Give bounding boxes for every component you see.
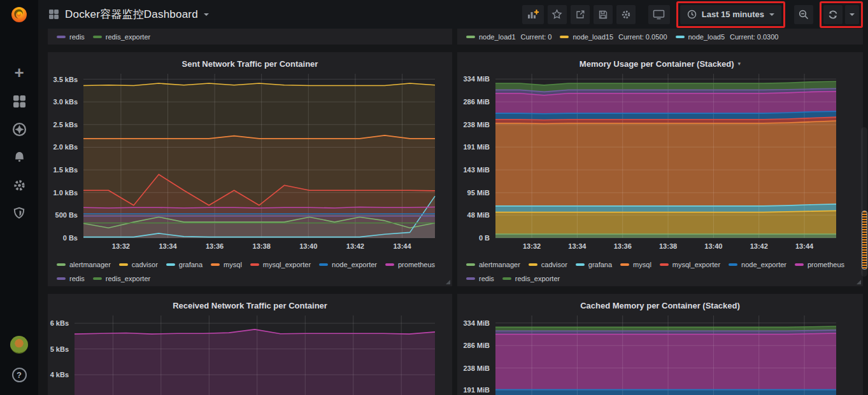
- x-tick-label: 13:34: [568, 242, 587, 250]
- panel-resize-handle[interactable]: [446, 280, 450, 284]
- legend-item[interactable]: grafana: [576, 261, 612, 268]
- x-tick-label: 13:32: [112, 242, 130, 250]
- legend: redisredis_exporter: [48, 29, 452, 45]
- legend-swatch: [576, 263, 585, 266]
- series-fill-alertmanager: [495, 234, 836, 238]
- legend-item[interactable]: cadvisor: [529, 261, 567, 268]
- y-tick-label: 286 MiB: [463, 342, 490, 349]
- legend-swatch: [57, 277, 66, 280]
- legend-item[interactable]: grafana: [166, 261, 203, 268]
- plus-icon: +: [14, 64, 24, 81]
- legend-label: mysql_exporter: [263, 261, 311, 268]
- sidebar-help-button[interactable]: ?: [0, 365, 38, 384]
- legend-item[interactable]: alertmanager: [466, 261, 520, 268]
- panel-title[interactable]: Received Network Traffic per Container: [173, 301, 327, 310]
- sidebar-explore-button[interactable]: [0, 120, 38, 139]
- legend-item[interactable]: prometheus: [795, 261, 844, 268]
- grafana-logo-icon: [9, 4, 29, 25]
- sidebar-create-button[interactable]: +: [0, 63, 38, 82]
- zoom-out-button[interactable]: [794, 5, 813, 24]
- legend-item[interactable]: redis: [466, 275, 494, 282]
- legend-label: redis: [69, 275, 85, 282]
- legend-item[interactable]: mysql: [620, 261, 651, 268]
- shield-icon: [12, 206, 26, 221]
- y-tick-label: 3.5 kBs: [53, 76, 78, 83]
- legend-item[interactable]: mysql_exporter: [660, 261, 720, 268]
- legend-item[interactable]: cadvisor: [119, 261, 158, 268]
- x-tick-label: 13:42: [750, 242, 768, 250]
- sidebar-server-admin-button[interactable]: [0, 204, 38, 223]
- refresh-interval-button[interactable]: [845, 5, 859, 24]
- clock-icon: [687, 10, 697, 19]
- chart-canvas-received[interactable]: 6 kBs5 kBs4 kBs3 kBs2 kBs1 kBs0 Bs13:321…: [48, 312, 452, 395]
- legend-swatch: [93, 36, 102, 38]
- panel-title[interactable]: Memory Usage per Container (Stacked): [580, 59, 734, 69]
- x-tick-label: 13:44: [795, 242, 814, 250]
- x-tick-label: 13:44: [393, 242, 411, 250]
- help-icon: ?: [12, 368, 27, 382]
- panel-partial-top-left: redisredis_exporter: [48, 29, 452, 45]
- legend-label: redis_exporter: [106, 275, 150, 282]
- scrollbar-thumb[interactable]: [862, 211, 867, 270]
- legend-label: alertmanager: [69, 261, 111, 268]
- legend-item[interactable]: prometheus: [385, 261, 435, 268]
- chart-canvas-sent[interactable]: 3.5 kBs3.0 kBs2.5 kBs2.0 kBs1.5 kBs1.0 k…: [48, 70, 452, 254]
- series-fill-redis_exporter: [83, 223, 435, 239]
- dashboard-title-dropdown[interactable]: Docker容器监控Dashboard: [48, 7, 209, 22]
- star-button[interactable]: [548, 5, 567, 24]
- save-icon: [598, 10, 608, 20]
- legend-item[interactable]: redis: [57, 33, 85, 41]
- panel-title[interactable]: Sent Network Traffic per Container: [182, 59, 318, 69]
- y-tick-label: 1.5 kBs: [53, 166, 78, 174]
- user-avatar[interactable]: [0, 335, 38, 354]
- legend-item[interactable]: node_load5Current: 0.0300: [676, 33, 779, 41]
- dashboard-settings-button[interactable]: [616, 5, 636, 24]
- sidebar-alerting-button[interactable]: [0, 148, 38, 167]
- time-picker-button[interactable]: Last 15 minutes: [680, 5, 781, 24]
- y-tick-label: 286 MiB: [463, 98, 490, 106]
- legend-item[interactable]: mysql: [211, 261, 242, 268]
- legend-item[interactable]: node_load1Current: 0: [466, 33, 551, 41]
- y-tick-label: 334 MiB: [463, 319, 490, 327]
- legend-item[interactable]: redis_exporter: [93, 275, 150, 282]
- panel-title[interactable]: Cached Memory per Container (Stacked): [580, 301, 740, 310]
- legend-swatch: [385, 263, 394, 266]
- legend-item[interactable]: mysql_exporter: [250, 261, 311, 268]
- y-tick-label: 191 MiB: [463, 386, 490, 394]
- share-button[interactable]: [571, 5, 590, 24]
- add-panel-button[interactable]: [522, 5, 544, 24]
- grafana-logo[interactable]: [0, 4, 38, 25]
- y-tick-label: 191 MiB: [463, 143, 490, 151]
- annotation-highlight-timepicker: Last 15 minutes: [676, 1, 785, 28]
- legend-label: cadvisor: [541, 261, 567, 268]
- legend-current-value: Current: 0: [521, 33, 552, 41]
- legend-item[interactable]: redis_exporter: [502, 275, 560, 282]
- y-tick-label: 2.0 kBs: [53, 143, 78, 151]
- panel-resize-handle[interactable]: [857, 280, 861, 284]
- save-button[interactable]: [594, 5, 613, 24]
- legend-item[interactable]: node_exporter: [319, 261, 377, 268]
- legend-label: node_load15: [573, 33, 613, 41]
- legend-label: mysql: [224, 261, 242, 268]
- legend-item[interactable]: node_exporter: [729, 261, 786, 268]
- y-tick-label: 500 Bs: [55, 211, 78, 219]
- sidebar-configuration-button[interactable]: [0, 176, 38, 195]
- legend-item[interactable]: redis: [57, 275, 85, 282]
- chart-canvas-memory[interactable]: 334 MiB286 MiB238 MiB191 MiB143 MiB95 Mi…: [457, 70, 863, 254]
- panel-cached-memory: Cached Memory per Container (Stacked) 33…: [457, 294, 863, 395]
- legend-label: node_exporter: [741, 261, 786, 268]
- panel-title-caret-icon: ▾: [738, 60, 741, 67]
- legend-item[interactable]: redis_exporter: [93, 33, 150, 41]
- panel-memory-usage: Memory Usage per Container (Stacked) ▾ 3…: [457, 52, 863, 286]
- x-tick-label: 13:42: [346, 242, 364, 250]
- refresh-icon: [828, 10, 838, 20]
- legend-item[interactable]: alertmanager: [57, 261, 111, 268]
- zoom-out-icon: [798, 9, 809, 20]
- refresh-button[interactable]: [823, 5, 843, 24]
- legend-item[interactable]: node_load15Current: 0.0500: [560, 33, 667, 41]
- chart-canvas-cached[interactable]: 334 MiB286 MiB238 MiB191 MiB143 MiB95 Mi…: [457, 312, 863, 395]
- legend-swatch: [250, 263, 259, 266]
- cycle-view-button[interactable]: [648, 5, 670, 24]
- legend-swatch: [466, 277, 475, 280]
- sidebar-dashboards-button[interactable]: [0, 92, 38, 111]
